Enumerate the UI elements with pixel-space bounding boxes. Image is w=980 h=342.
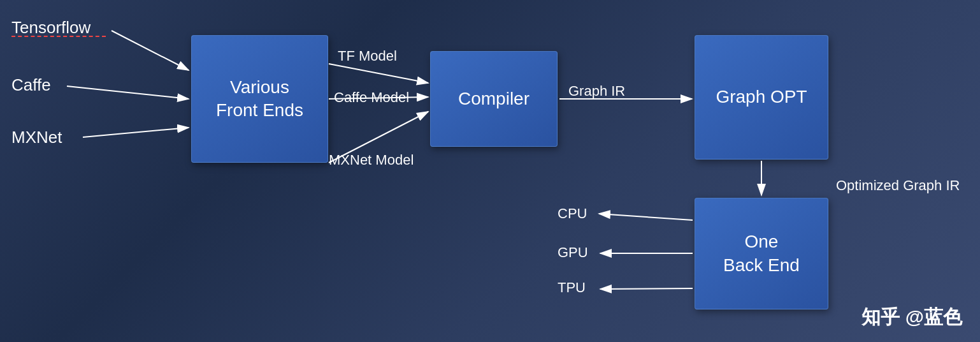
svg-line-10 bbox=[599, 214, 693, 220]
svg-line-4 bbox=[83, 128, 189, 137]
caffe-model-label: Caffe Model bbox=[334, 89, 409, 106]
mxnet-label: MXNet bbox=[11, 128, 62, 147]
svg-line-12 bbox=[600, 288, 693, 289]
tensorflow-underline bbox=[11, 36, 106, 37]
optimized-graph-ir-label: Optimized Graph IR bbox=[836, 177, 960, 194]
graph-ir-label: Graph IR bbox=[568, 83, 625, 100]
frontend-box: VariousFront Ends bbox=[191, 35, 328, 163]
caffe-label: Caffe bbox=[11, 75, 51, 95]
backend-box: OneBack End bbox=[695, 198, 828, 309]
tensorflow-label: Tensorflow bbox=[11, 18, 90, 38]
compiler-box: Compiler bbox=[430, 51, 558, 147]
watermark: 知乎 @蓝色 bbox=[861, 304, 962, 331]
tpu-label: TPU bbox=[558, 279, 586, 296]
svg-line-3 bbox=[67, 86, 189, 99]
diagram: Tensorflow Caffe MXNet VariousFront Ends… bbox=[0, 0, 980, 342]
tf-model-label: TF Model bbox=[338, 48, 397, 64]
cpu-label: CPU bbox=[558, 205, 587, 222]
svg-line-2 bbox=[112, 31, 189, 70]
graph-opt-box: Graph OPT bbox=[695, 35, 828, 160]
mxnet-model-label: MXNet Model bbox=[329, 152, 414, 168]
svg-line-5 bbox=[329, 64, 428, 83]
gpu-label: GPU bbox=[558, 244, 588, 261]
